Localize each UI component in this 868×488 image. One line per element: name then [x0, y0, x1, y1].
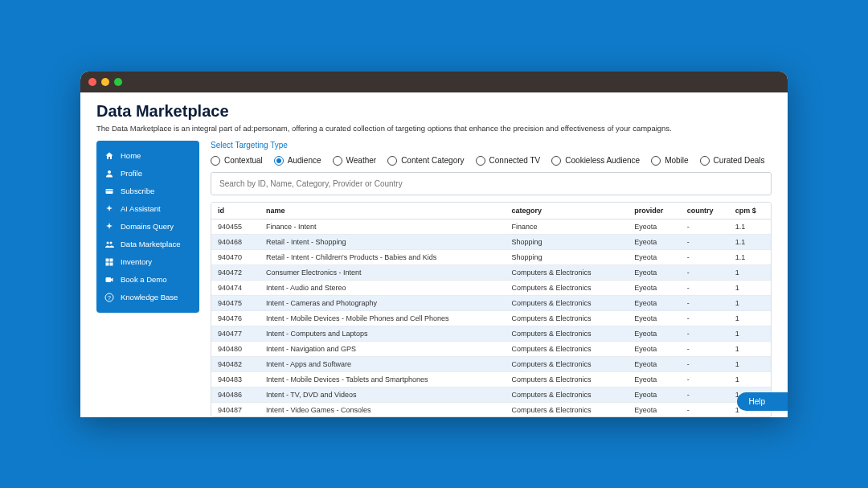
table-row[interactable]: 940487Intent - Video Games - ConsolesCom…: [211, 402, 771, 417]
results-table: id name category provider country cpm $ …: [211, 203, 771, 417]
sidebar-item-label: Data Marketplace: [121, 240, 180, 248]
radio-icon: [551, 156, 561, 166]
minimize-icon[interactable]: [101, 78, 109, 86]
sidebar-item-knowledge-base[interactable]: ?Knowledge Base: [96, 289, 199, 306]
cell-id: 940476: [211, 310, 260, 326]
cell-country: -: [681, 371, 729, 387]
th-country[interactable]: country: [681, 203, 729, 219]
radio-contextual[interactable]: Contextual: [211, 156, 263, 166]
cell-cpm: 1.1: [729, 249, 771, 265]
cell-name: Intent - Audio and Stereo: [260, 280, 505, 295]
cell-provider: Eyeota: [628, 219, 680, 234]
th-cpm[interactable]: cpm $: [729, 203, 771, 219]
cell-provider: Eyeota: [628, 387, 680, 402]
th-name[interactable]: name: [260, 203, 505, 219]
search-input[interactable]: [211, 172, 772, 195]
radio-content-category[interactable]: Content Category: [387, 156, 464, 166]
cell-provider: Eyeota: [628, 326, 680, 341]
cell-cpm: 1: [729, 310, 771, 326]
cell-category: Computers & Electronics: [505, 356, 628, 371]
sidebar-item-label: Profile: [121, 169, 142, 178]
cell-category: Shopping: [505, 234, 628, 249]
radio-label: Curated Deals: [714, 156, 765, 165]
page-title: Data Marketplace: [96, 102, 772, 121]
cell-cpm: 1.1: [729, 234, 771, 249]
people-icon: [104, 240, 114, 249]
table-row[interactable]: 940483Intent - Mobile Devices - Tablets …: [211, 371, 771, 387]
cell-country: -: [681, 249, 729, 265]
radio-weather[interactable]: Weather: [333, 156, 377, 166]
cell-id: 940470: [211, 249, 260, 265]
cell-cpm: 1: [729, 280, 771, 295]
th-provider[interactable]: provider: [628, 203, 680, 219]
grid-icon: [104, 257, 114, 267]
cell-category: Computers & Electronics: [505, 387, 628, 402]
table-row[interactable]: 940486Intent - TV, DVD and VideosCompute…: [211, 387, 771, 402]
close-icon[interactable]: [88, 78, 96, 86]
radio-label: Cookieless Audience: [565, 156, 640, 165]
table-row[interactable]: 940475Intent - Cameras and PhotographyCo…: [211, 295, 771, 310]
cell-id: 940474: [211, 280, 260, 295]
radio-label: Contextual: [224, 156, 263, 165]
sidebar-item-label: Inventory: [121, 257, 152, 266]
table-row[interactable]: 940455Finance - IntentFinanceEyeota-1.1: [211, 219, 771, 234]
cell-cpm: 1: [729, 356, 771, 371]
radio-mobile[interactable]: Mobile: [651, 156, 688, 166]
cell-name: Intent - Mobile Devices - Tablets and Sm…: [260, 371, 505, 387]
sidebar-item-ai-assistant[interactable]: AI Assistant: [96, 200, 199, 218]
radio-audience[interactable]: Audience: [274, 156, 321, 166]
cell-cpm: 1.1: [729, 219, 771, 234]
maximize-icon[interactable]: [114, 78, 122, 86]
table-row[interactable]: 940472Consumer Electronics - IntentCompu…: [211, 265, 771, 280]
cell-name: Intent - Mobile Devices - Mobile Phones …: [260, 310, 505, 326]
radio-label: Content Category: [401, 156, 464, 165]
help-button[interactable]: Help: [737, 392, 788, 411]
sidebar-item-label: Domains Query: [121, 222, 174, 231]
cell-provider: Eyeota: [628, 295, 680, 310]
sidebar-item-domains-query[interactable]: Domains Query: [96, 218, 199, 236]
radio-label: Weather: [346, 156, 377, 165]
sidebar-item-data-marketplace[interactable]: Data Marketplace: [96, 236, 199, 253]
cell-cpm: 1: [729, 295, 771, 310]
cell-name: Retail - Intent - Children's Products - …: [260, 249, 505, 265]
th-category[interactable]: category: [505, 203, 628, 219]
sidebar-item-subscribe[interactable]: Subscribe: [96, 182, 199, 200]
sidebar-item-book-a-demo[interactable]: Book a Demo: [96, 271, 199, 289]
svg-rect-7: [106, 262, 109, 265]
sparkle-icon: [104, 222, 114, 232]
app-window: Data Marketplace The Data Marketplace is…: [80, 72, 788, 417]
table-row[interactable]: 940482Intent - Apps and SoftwareComputer…: [211, 356, 771, 371]
table-row[interactable]: 940470Retail - Intent - Children's Produ…: [211, 249, 771, 265]
cell-cpm: 1: [729, 265, 771, 280]
table-row[interactable]: 940477Intent - Computers and LaptopsComp…: [211, 326, 771, 341]
svg-point-4: [110, 241, 113, 244]
table-row[interactable]: 940468Retail - Intent - ShoppingShopping…: [211, 234, 771, 249]
sidebar-item-profile[interactable]: Profile: [96, 165, 199, 182]
home-icon: [104, 151, 114, 161]
table-row[interactable]: 940476Intent - Mobile Devices - Mobile P…: [211, 310, 771, 326]
table-row[interactable]: 940480Intent - Navigation and GPSCompute…: [211, 341, 771, 356]
radio-cookieless-audience[interactable]: Cookieless Audience: [551, 156, 640, 166]
targeting-options: ContextualAudienceWeatherContent Categor…: [211, 156, 772, 166]
th-id[interactable]: id: [211, 203, 260, 219]
card-icon: [104, 187, 114, 196]
radio-curated-deals[interactable]: Curated Deals: [700, 156, 765, 166]
cell-provider: Eyeota: [628, 341, 680, 356]
sidebar-item-inventory[interactable]: Inventory: [96, 253, 199, 271]
svg-rect-2: [106, 190, 113, 191]
svg-rect-8: [110, 262, 113, 265]
cell-category: Computers & Electronics: [505, 265, 628, 280]
main-panel: Select Targeting Type ContextualAudience…: [211, 141, 772, 417]
layout: HomeProfileSubscribeAI AssistantDomains …: [96, 141, 772, 417]
cell-name: Finance - Intent: [260, 219, 505, 234]
table-row[interactable]: 940474Intent - Audio and StereoComputers…: [211, 280, 771, 295]
cell-country: -: [681, 387, 729, 402]
svg-point-0: [108, 170, 111, 174]
cell-provider: Eyeota: [628, 280, 680, 295]
cell-id: 940486: [211, 387, 260, 402]
cell-name: Intent - Navigation and GPS: [260, 341, 505, 356]
cell-name: Consumer Electronics - Intent: [260, 265, 505, 280]
radio-connected-tv[interactable]: Connected TV: [476, 156, 541, 166]
radio-label: Connected TV: [489, 156, 541, 165]
sidebar-item-home[interactable]: Home: [96, 147, 199, 165]
